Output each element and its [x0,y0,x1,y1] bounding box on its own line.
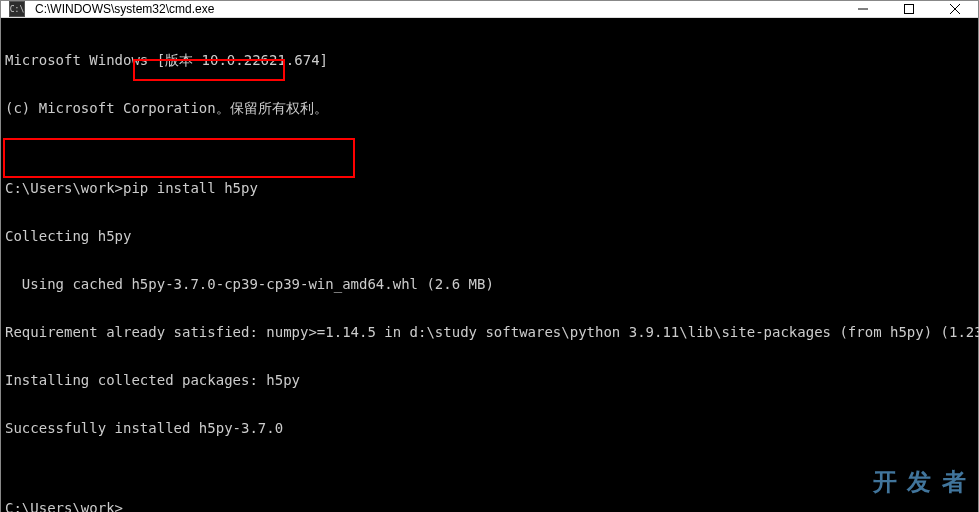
terminal-area[interactable]: Microsoft Windows [版本 10.0.22621.674] (c… [1,18,978,512]
minimize-icon [858,4,868,14]
cmd-window: C:\ C:\WINDOWS\system32\cmd.exe Microsof… [0,0,979,512]
output-line: Using cached h5py-3.7.0-cp39-cp39-win_am… [5,276,974,292]
window-title: C:\WINDOWS\system32\cmd.exe [33,2,840,16]
prompt: C:\Users\work> [5,180,123,196]
close-icon [950,4,960,14]
cmd-icon: C:\ [9,1,25,17]
prompt-line: C:\Users\work> [5,500,974,512]
maximize-icon [904,4,914,14]
titlebar[interactable]: C:\ C:\WINDOWS\system32\cmd.exe [1,1,978,18]
output-line: Successfully installed h5py-3.7.0 [5,420,974,436]
output-line: Requirement already satisfied: numpy>=1.… [5,324,974,340]
close-button[interactable] [932,1,978,17]
output-line: (c) Microsoft Corporation。保留所有权利。 [5,100,974,116]
watermark-line1: 开 发 者 [786,470,968,494]
output-line: Installing collected packages: h5py [5,372,974,388]
window-controls [840,1,978,17]
output-line: Collecting h5py [5,228,974,244]
svg-rect-1 [905,5,914,14]
maximize-button[interactable] [886,1,932,17]
command-text: pip install h5py [123,180,258,196]
highlight-box-result [3,138,355,178]
prompt-line: C:\Users\work>pip install h5py [5,180,974,196]
output-line: Microsoft Windows [版本 10.0.22621.674] [5,52,974,68]
minimize-button[interactable] [840,1,886,17]
